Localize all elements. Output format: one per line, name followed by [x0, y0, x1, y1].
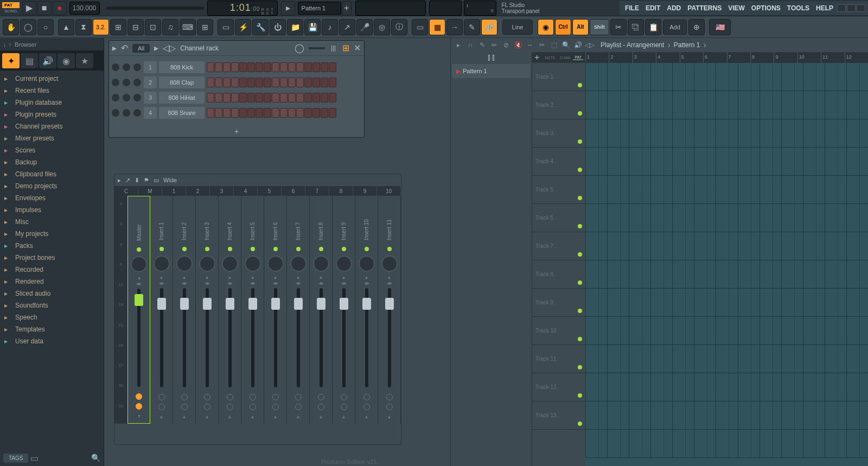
mixer-ruler-cell[interactable]: 4 [234, 186, 258, 196]
step-button[interactable] [304, 108, 312, 118]
route-icon[interactable]: ▴ [274, 413, 277, 419]
cr-graph-icon[interactable]: ◯ [295, 43, 304, 53]
pan-knob[interactable] [290, 256, 307, 272]
step-button[interactable] [272, 78, 279, 87]
track-header-row[interactable]: Track 12... [532, 373, 585, 401]
ctrl-key[interactable]: Ctrl [555, 19, 571, 35]
stereo-sep[interactable]: ▴◂▸ [250, 274, 256, 286]
route-icon[interactable]: ▴ [342, 413, 345, 419]
power-icon[interactable]: ⏻ [270, 19, 286, 35]
track-enable-led[interactable] [228, 247, 232, 251]
browser-item[interactable]: ▸Demo projects [0, 180, 104, 192]
step-button[interactable] [256, 93, 263, 103]
search-icon[interactable]: 🔍 [91, 454, 100, 462]
stereo-sep[interactable]: ▴◂▸ [364, 274, 369, 286]
pattern-item[interactable]: ▶ Pattern 1 [452, 64, 531, 78]
midi-icon[interactable]: ⊞ [197, 19, 213, 35]
step-button[interactable] [231, 108, 239, 118]
step-button[interactable] [215, 93, 222, 103]
overwrite-icon[interactable]: ◉ [538, 19, 554, 35]
browser-item[interactable]: ▸Recent files [0, 85, 104, 97]
step-button[interactable] [215, 62, 222, 72]
pl-brush-icon[interactable]: ✏ [489, 40, 500, 50]
step-button[interactable] [329, 78, 336, 87]
cr-grid-icon[interactable]: ⊞ [342, 43, 349, 53]
grid-track-row[interactable] [585, 119, 868, 148]
step-button[interactable] [329, 62, 336, 72]
browser-item[interactable]: ▸Packs [0, 240, 104, 252]
fader-slot[interactable] [206, 288, 209, 387]
blend-icon[interactable]: ⊞ [110, 19, 126, 35]
vol-knob[interactable] [133, 93, 142, 102]
mixer-insert-track[interactable]: Insert 8▴◂▸▴ [310, 196, 333, 424]
track-header-row[interactable]: Track 7... [532, 232, 585, 260]
mixer-pin-icon[interactable]: ⬇ [135, 177, 139, 184]
track-mute-led[interactable] [578, 83, 582, 87]
browser-item[interactable]: ▸Scores [0, 144, 104, 156]
browser-item[interactable]: ▸Clipboard files [0, 168, 104, 180]
channel-number[interactable]: 4 [144, 107, 157, 119]
grid-track-row[interactable] [585, 289, 868, 317]
cr-close-icon[interactable]: ✕ [354, 43, 361, 53]
track-mute-led[interactable] [578, 365, 582, 369]
grid-track-row[interactable] [585, 63, 868, 91]
browser-tab-files[interactable]: ▤ [21, 53, 38, 68]
add-selector[interactable]: Add [663, 20, 687, 35]
route-icon[interactable]: ▴ [388, 413, 391, 419]
track-enable-led[interactable] [273, 247, 278, 251]
step-button[interactable] [256, 78, 263, 87]
step-button[interactable] [247, 93, 255, 103]
track-enable-led[interactable] [365, 247, 369, 251]
step-button[interactable] [280, 108, 288, 118]
paste-icon[interactable]: 📋 [645, 19, 661, 35]
mixer-insert-track[interactable]: Insert 4▴◂▸▴ [219, 196, 241, 424]
step-button[interactable] [280, 78, 288, 87]
fader-handle[interactable] [271, 298, 280, 310]
fx-enable[interactable] [272, 394, 279, 400]
track-mute-led[interactable] [578, 280, 582, 285]
track-mute-led[interactable] [578, 196, 582, 200]
fader-slot[interactable] [160, 288, 163, 387]
step-icon[interactable]: ⊡ [145, 19, 161, 35]
grid-track-row[interactable] [585, 232, 868, 260]
view-mixer-icon[interactable]: ✎ [464, 19, 480, 35]
pan-knob[interactable] [222, 256, 238, 272]
browser-tab-sounds[interactable]: 🔊 [39, 53, 56, 68]
send-dot[interactable] [341, 404, 347, 410]
mixer-insert-track[interactable]: Insert 3▴◂▸▴ [196, 196, 219, 424]
menu-tools[interactable]: TOOLS [784, 4, 813, 12]
track-mute-led[interactable] [578, 224, 582, 228]
pl-select-icon[interactable]: ⬚ [548, 40, 559, 50]
channel-number[interactable]: 2 [144, 76, 157, 88]
forward-icon[interactable]: ↑ [9, 41, 12, 48]
send-dot[interactable] [386, 404, 393, 410]
pl-magnet-icon[interactable]: ∩ [465, 40, 476, 50]
channel-number[interactable]: 3 [144, 92, 157, 104]
cr-undo-icon[interactable]: ↶ [121, 43, 128, 53]
send-dot[interactable] [227, 404, 233, 410]
mode-pat[interactable]: PAT [573, 55, 583, 60]
pan-knob[interactable] [245, 256, 261, 272]
stop-button[interactable]: ■ [37, 1, 52, 15]
browser-tab-all[interactable]: ✦ [2, 53, 20, 68]
mixer-ruler-cell[interactable]: 7 [305, 186, 329, 196]
step-button[interactable] [223, 62, 231, 72]
track-mute-led[interactable] [578, 393, 582, 398]
snap-selector[interactable]: Line [502, 20, 533, 35]
track-mute-led[interactable] [578, 139, 582, 144]
track-enable-led[interactable] [342, 247, 346, 251]
step-button[interactable] [288, 62, 296, 72]
channel-led[interactable] [111, 63, 120, 72]
step-button[interactable] [207, 78, 214, 87]
browser-item[interactable]: ▸My projects [0, 228, 104, 240]
channel-name[interactable]: 808 Snare [159, 107, 205, 119]
fader-slot[interactable] [251, 288, 254, 387]
fx-enable[interactable] [341, 394, 347, 400]
pat-song-toggle[interactable]: PAT SONG [2, 2, 20, 14]
channel-name[interactable]: 808 Kick [159, 61, 205, 73]
fader-slot[interactable] [320, 288, 323, 387]
pan-knob[interactable] [313, 256, 329, 272]
typing-keyboard-icon[interactable]: ⌨ [180, 19, 196, 35]
menu-add[interactable]: ADD [663, 4, 684, 12]
fader-slot[interactable] [388, 288, 391, 387]
